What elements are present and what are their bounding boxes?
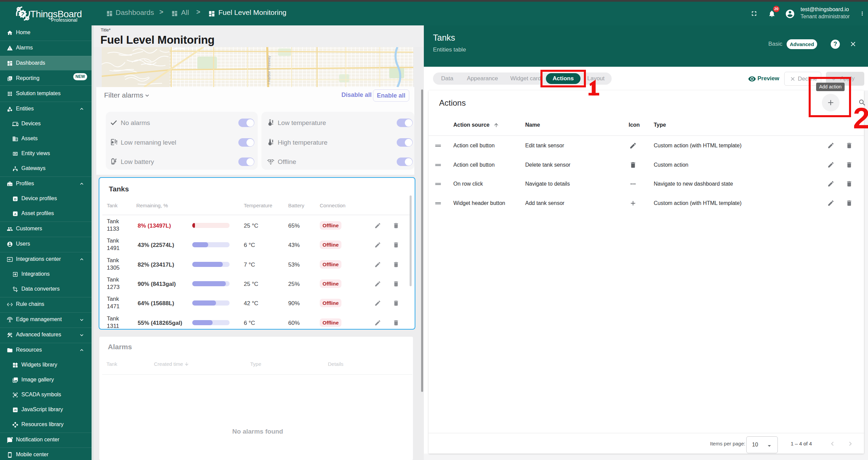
- svg-text:I Harbor Freeway: I Harbor Freeway: [267, 56, 271, 84]
- svg-text:A: A: [14, 212, 17, 216]
- svg-text:D: D: [14, 197, 17, 201]
- svg-text:JS: JS: [14, 409, 17, 411]
